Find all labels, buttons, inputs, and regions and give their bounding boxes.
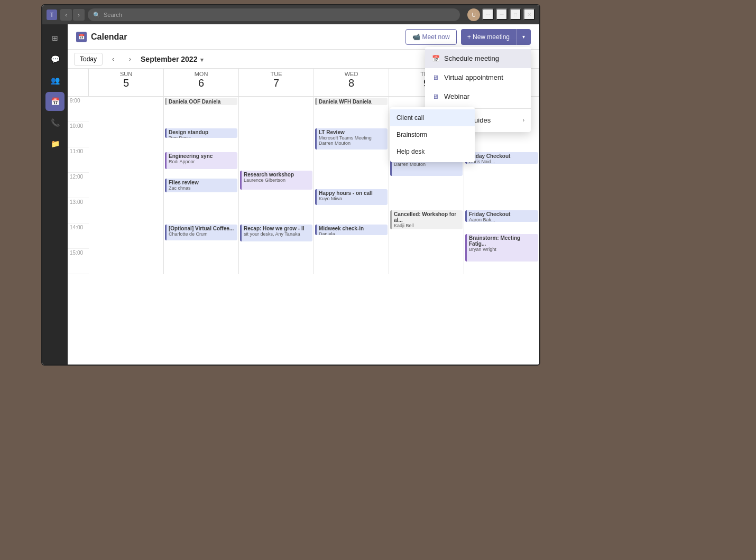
close-button[interactable]: ✕ [523, 8, 535, 20]
new-meeting-dropdown-button[interactable]: ▾ [516, 29, 531, 45]
context-menu: Client call Brainstorm Help desk [390, 107, 475, 162]
webinar-icon: 🖥 [431, 92, 440, 101]
search-bar[interactable]: 🔍 Search [88, 8, 460, 21]
time-labels-column: 9:00 10:00 11:00 12:00 13:00 14:00 15:00 [68, 97, 89, 365]
time-label-10: 10:00 [68, 122, 89, 147]
month-label: September 2022 ▾ [141, 55, 204, 63]
wednesday-column[interactable]: Daniela WFH Daniela Mandera LT Review Mi… [314, 97, 389, 274]
time-grid: 9:00 10:00 11:00 12:00 13:00 14:00 15:00 [68, 97, 539, 365]
more-options-button[interactable]: ⋯ [482, 8, 494, 20]
webinar-label: Webinar [444, 92, 469, 100]
app-window: T ‹ › 🔍 Search U ⋯ ─ □ ✕ ⊞ 💬 👥 📅 📞 📁 [42, 5, 539, 365]
app-layout: ⊞ 💬 👥 📅 📞 📁 📅 Calendar 📹 Meet now [42, 24, 539, 365]
event-midweek-checkin[interactable]: Midweek check-in Daniela... [315, 225, 388, 235]
sidebar-item-chat[interactable]: 💬 [45, 50, 64, 69]
event-happy-hours[interactable]: Happy hours - on call Kuyo Miwa [315, 189, 388, 205]
event-daniela-oof[interactable]: Daniela OOF Daniela Mandera [165, 98, 237, 105]
sidebar-item-teams[interactable]: 👥 [45, 71, 64, 90]
avatar[interactable]: U [467, 8, 480, 21]
meet-now-button[interactable]: 📹 Meet now [405, 29, 457, 45]
guides-arrow-icon: › [523, 117, 524, 123]
event-brainstorm-meeting[interactable]: Brainstorm: Meeting Fatig... Bryan Wrigh… [465, 234, 538, 262]
context-item-help-desk[interactable]: Help desk [390, 143, 475, 160]
schedule-icon: 📅 [431, 54, 440, 63]
event-design-standup[interactable]: Design standup Tom Davis [165, 128, 237, 138]
event-files-review[interactable]: Files review Zac chnas [165, 179, 237, 192]
day-header-sunday: SUN 5 [89, 69, 164, 96]
title-bar: T ‹ › 🔍 Search U ⋯ ─ □ ✕ [42, 5, 539, 24]
monday-column[interactable]: Daniela OOF Daniela Mandera Design stand… [164, 97, 239, 274]
calendar-actions: 📹 Meet now + New meeting ▾ 📅 Schedule [405, 29, 531, 45]
teams-logo-icon: T [47, 10, 57, 20]
day-header-wednesday: WED 8 [314, 69, 389, 96]
today-button[interactable]: Today [74, 53, 103, 66]
day-header-tuesday: TUE 7 [239, 69, 314, 96]
time-label-14: 14:00 [68, 223, 89, 249]
sidebar: ⊞ 💬 👥 📅 📞 📁 [42, 24, 68, 365]
time-label-12: 12:00 [68, 173, 89, 198]
sidebar-item-calls[interactable]: 📞 [45, 113, 64, 132]
meet-now-label: Meet now [422, 33, 450, 41]
prev-week-button[interactable]: ‹ [107, 53, 119, 66]
next-week-button[interactable]: › [124, 53, 136, 66]
event-daniela-wfh[interactable]: Daniela WFH Daniela Mandera [315, 98, 388, 105]
event-friday-checkout-2[interactable]: Friday Checkout Aaron Bak... [465, 210, 538, 222]
calendar-title-icon: 📅 [76, 32, 87, 42]
calendar-header: 📅 Calendar 📹 Meet now + New meeting ▾ [68, 24, 539, 50]
calendar-title: 📅 Calendar [76, 32, 127, 42]
thursday-column[interactable]: LT Review Microsoft Teams Meeting Darren… [389, 97, 464, 274]
forward-button[interactable]: › [73, 9, 85, 21]
context-item-brainstorm[interactable]: Brainstorm [390, 126, 475, 143]
new-meeting-button[interactable]: + New meeting [461, 29, 516, 45]
sunday-column[interactable] [89, 97, 164, 274]
sidebar-item-files[interactable]: 📁 [45, 134, 64, 153]
context-item-client-call[interactable]: Client call [390, 109, 475, 126]
event-lt-review-wed[interactable]: LT Review Microsoft Teams Meeting Darren… [315, 128, 388, 150]
event-research-workshop[interactable]: Research workshop Laurence Gibertson [240, 171, 312, 190]
calendar-title-text: Calendar [91, 32, 127, 42]
schedule-label: Schedule meeting [444, 54, 499, 62]
event-cancelled-workshop[interactable]: Cancelled: Workshop for al... Kadji Bell [390, 210, 463, 229]
main-content: 📅 Calendar 📹 Meet now + New meeting ▾ [68, 24, 539, 365]
new-meeting-group: + New meeting ▾ 📅 Schedule meeting 🖥 [461, 29, 531, 45]
calendar-grid: SUN 5 MON 6 TUE 7 WED [68, 69, 539, 365]
event-friday-checkout-1[interactable]: Friday Checkout Chris Naid... [465, 152, 538, 164]
back-button[interactable]: ‹ [60, 9, 72, 21]
nav-buttons: ‹ › [60, 9, 85, 21]
window-controls: U ⋯ ─ □ ✕ [467, 8, 535, 21]
dropdown-item-virtual[interactable]: 🖥 Virtual appointment [425, 68, 531, 87]
event-recap-grow[interactable]: Recap: How we grow - II sit your desks, … [240, 225, 312, 241]
tuesday-column[interactable]: Research workshop Laurence Gibertson Rec… [239, 97, 314, 274]
time-header-spacer [68, 69, 89, 96]
virtual-icon: 🖥 [431, 73, 440, 82]
maximize-button[interactable]: □ [510, 8, 521, 20]
time-label-9: 9:00 [68, 97, 89, 122]
dropdown-item-webinar[interactable]: 🖥 Webinar [425, 87, 531, 106]
new-meeting-label: + New meeting [467, 33, 510, 41]
search-placeholder: Search [104, 12, 122, 18]
time-label-13: 13:00 [68, 198, 89, 223]
meet-now-icon: 📹 [412, 33, 420, 41]
sidebar-item-calendar[interactable]: 📅 [45, 92, 64, 111]
event-virtual-coffee[interactable]: [Optional] Virtual Coffee... Charlotte d… [165, 225, 237, 240]
time-label-15: 15:00 [68, 249, 89, 274]
event-engineering-sync[interactable]: Engineering sync Rodi Appoor [165, 152, 237, 169]
time-label-11: 11:00 [68, 147, 89, 173]
virtual-label: Virtual appointment [444, 73, 503, 81]
sidebar-item-home[interactable]: ⊞ [45, 29, 64, 48]
search-icon: 🔍 [93, 12, 100, 18]
title-bar-left: T [47, 10, 57, 20]
dropdown-item-schedule[interactable]: 📅 Schedule meeting [425, 49, 531, 68]
dropdown-icon: ▾ [200, 57, 204, 63]
month-text: September 2022 [141, 55, 197, 63]
minimize-button[interactable]: ─ [496, 8, 508, 20]
day-header-monday: MON 6 [164, 69, 239, 96]
